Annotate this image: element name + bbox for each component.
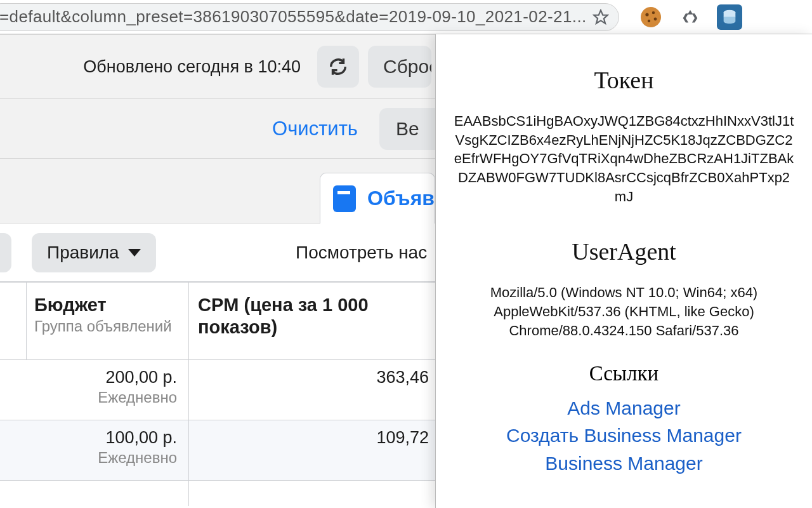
useragent-value[interactable]: Mozilla/5.0 (Windows NT 10.0; Win64; x64… <box>454 283 794 340</box>
column-budget-title: Бюджет <box>34 294 180 316</box>
svg-point-1 <box>641 7 661 27</box>
cookie-icon[interactable] <box>638 4 664 30</box>
svg-point-3 <box>652 11 654 13</box>
links-heading: Ссылки <box>454 362 794 385</box>
link-business-manager[interactable]: Business Manager <box>454 450 794 478</box>
reset-button[interactable]: Сброс <box>368 46 431 88</box>
bookmark-star-icon[interactable] <box>592 8 610 26</box>
last-updated-text: Обновлено сегодня в 10:40 <box>83 57 312 77</box>
svg-point-4 <box>653 17 657 20</box>
actions-bar: Правила Посмотреть нас <box>0 224 435 282</box>
chevron-down-icon <box>128 249 141 257</box>
table-row[interactable] <box>0 481 435 506</box>
table-header: Бюджет Группа объявлений CPM (цена за 1 … <box>0 283 435 360</box>
token-heading: Токен <box>454 66 794 94</box>
useragent-heading: UserAgent <box>454 237 794 265</box>
database-icon[interactable] <box>717 4 742 30</box>
header-spacer <box>0 283 27 359</box>
url-text: =default&column_preset=386190307055595&d… <box>0 7 587 27</box>
budget-value: 100,00 р. <box>0 428 177 448</box>
links-list: Ads Manager Создать Business Manager Bus… <box>454 394 794 478</box>
browser-toolbar: =default&column_preset=386190307055595&d… <box>0 0 812 34</box>
table-row[interactable]: 100,00 р. Ежедневно 109,72 <box>0 420 435 481</box>
rules-dropdown[interactable]: Правила <box>32 233 156 272</box>
tab-ads-label: Объяв <box>367 187 435 210</box>
ads-manager-panel: Обновлено сегодня в 10:40 Сброс Очистить… <box>0 34 435 508</box>
budget-period: Ежедневно <box>0 449 177 467</box>
column-budget-sub: Группа объявлений <box>34 318 180 335</box>
tabs-bar: Объяв <box>0 159 435 224</box>
clear-link[interactable]: Очистить <box>272 117 379 140</box>
rules-label: Правила <box>47 243 119 263</box>
token-value[interactable]: EAABsbCS1iHgBAOxyJWQ1ZBG84ctxzHhINxxV3tl… <box>454 112 794 206</box>
cut-button-fragment[interactable] <box>0 233 11 272</box>
svg-marker-0 <box>594 10 608 23</box>
svg-point-5 <box>647 19 650 22</box>
extension-popup: Токен EAABsbCS1iHgBAOxyJWQ1ZBG84ctxzHhIN… <box>435 34 812 508</box>
link-ads-manager[interactable]: Ads Manager <box>454 394 794 422</box>
svg-point-2 <box>645 13 648 16</box>
all-button-label: Ве <box>396 118 419 140</box>
tab-ads[interactable]: Объяв <box>320 173 435 224</box>
link-create-business-manager[interactable]: Создать Business Manager <box>454 422 794 450</box>
budget-period: Ежедневно <box>0 389 177 406</box>
extension-icons <box>638 4 742 30</box>
column-cpm-title: CPM (цена за 1 000 показов) <box>198 294 426 339</box>
ads-tab-icon <box>333 185 356 212</box>
cpm-value: 363,46 <box>189 368 429 387</box>
cpm-value: 109,72 <box>189 428 429 448</box>
refresh-bar: Обновлено сегодня в 10:40 Сброс <box>0 34 435 99</box>
reset-button-label: Сброс <box>383 56 431 77</box>
view-setup-label[interactable]: Посмотреть нас <box>296 243 435 263</box>
address-bar[interactable]: =default&column_preset=386190307055595&d… <box>0 3 619 31</box>
column-cpm[interactable]: CPM (цена за 1 000 показов) <box>189 283 435 359</box>
column-budget[interactable]: Бюджет Группа объявлений <box>27 283 189 359</box>
table-row[interactable]: 200,00 р. Ежедневно 363,46 <box>0 360 435 420</box>
data-table: Бюджет Группа объявлений CPM (цена за 1 … <box>0 282 435 506</box>
recycle-icon[interactable] <box>678 4 703 30</box>
all-button[interactable]: Ве <box>379 108 435 150</box>
refresh-button[interactable] <box>317 46 359 88</box>
filter-bar: Очистить Ве <box>0 99 435 159</box>
budget-value: 200,00 р. <box>0 368 177 387</box>
